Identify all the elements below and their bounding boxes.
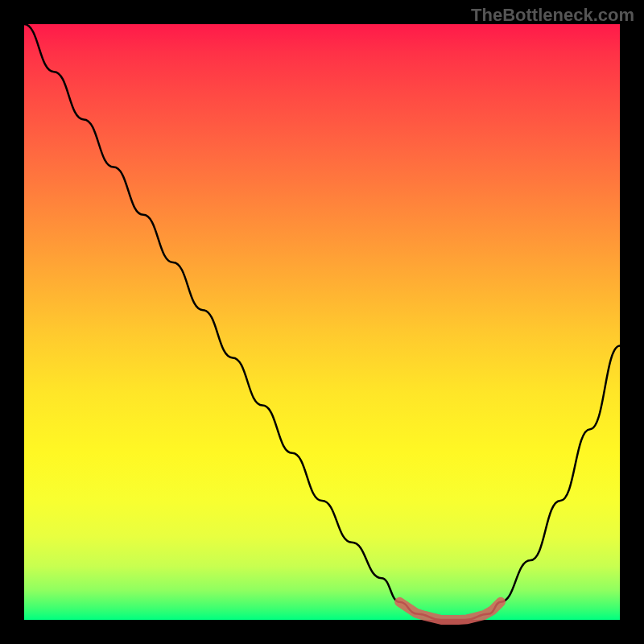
chart-area [24,24,620,620]
watermark-text: TheBottleneck.com [471,5,634,26]
bottleneck-curve [24,24,620,620]
optimal-range-marker [399,602,501,620]
bottleneck-curve-svg [24,24,620,620]
